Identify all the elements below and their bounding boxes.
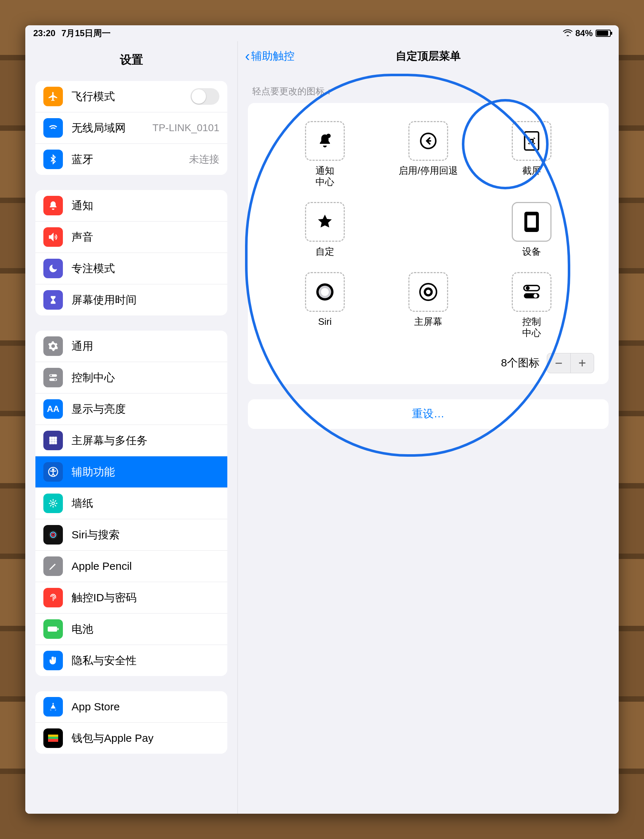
sidebar-item-airplane[interactable]: 飞行模式 [35, 81, 227, 112]
display-label: 显示与亮度 [72, 402, 219, 417]
siri-caption: Siri [318, 316, 332, 327]
menu-item-home[interactable]: 主屏幕 [396, 272, 461, 338]
sidebar-item-notifications[interactable]: 通知 [35, 190, 227, 222]
sidebar-item-bluetooth[interactable]: 蓝牙 未连接 [35, 144, 227, 175]
sidebar-item-accessibility[interactable]: 辅助功能 [35, 456, 227, 488]
focus-label: 专注模式 [72, 261, 219, 276]
menu-item-custom[interactable]: 自定 [292, 202, 357, 257]
sidebar-item-general[interactable]: 通用 [35, 331, 227, 362]
hint-text: 轻点要更改的图标： [238, 71, 619, 103]
control-center-label: 控制中心 [72, 370, 219, 385]
homescreen-label: 主屏幕与多任务 [72, 433, 219, 448]
svg-rect-27 [530, 140, 533, 142]
privacy-label: 隐私与安全性 [72, 653, 219, 668]
sidebar-item-display[interactable]: AA 显示与亮度 [35, 394, 227, 425]
siri-orb-icon [305, 272, 345, 312]
sidebar-item-control-center[interactable]: 控制中心 [35, 362, 227, 394]
sidebar-item-battery[interactable]: 电池 [35, 614, 227, 645]
svg-rect-11 [54, 439, 57, 442]
battery-settings-icon [43, 619, 63, 639]
settings-sidebar: 设置 飞行模式 无线局域网 TP-LINK_0101 [25, 41, 238, 814]
svg-rect-12 [52, 442, 54, 445]
icon-count-stepper[interactable]: − + [547, 353, 594, 373]
airplane-toggle[interactable] [191, 88, 219, 105]
svg-rect-23 [48, 739, 58, 742]
svg-point-33 [321, 288, 329, 296]
menu-item-siri[interactable]: Siri [292, 272, 357, 338]
sidebar-item-wallpaper[interactable]: 墙纸 [35, 488, 227, 519]
wifi-settings-icon [43, 118, 63, 138]
svg-point-3 [54, 379, 56, 381]
sidebar-item-touchid[interactable]: 触控ID与密码 [35, 582, 227, 614]
svg-rect-9 [49, 439, 52, 442]
menu-item-control-center[interactable]: 控制 中心 [499, 272, 564, 338]
page-title: 自定顶层菜单 [238, 49, 619, 64]
svg-rect-21 [48, 735, 58, 737]
menu-item-notification-center[interactable]: 通知 中心 [292, 121, 357, 187]
svg-point-24 [326, 134, 331, 138]
sidebar-item-screentime[interactable]: 屏幕使用时间 [35, 284, 227, 315]
sidebar-title: 设置 [25, 41, 237, 81]
battery-percent: 84% [575, 28, 593, 38]
siri-label: Siri与搜索 [72, 527, 219, 542]
appstore-label: App Store [72, 701, 219, 713]
svg-rect-8 [52, 437, 54, 439]
menu-item-back-toggle[interactable]: 启用/停用回退 [396, 121, 461, 187]
siri-icon [43, 525, 63, 545]
sidebar-item-pencil[interactable]: Apple Pencil [35, 551, 227, 582]
sidebar-item-homescreen[interactable]: 主屏幕与多任务 [35, 425, 227, 456]
sidebar-item-wallet[interactable]: 钱包与Apple Pay [35, 722, 227, 754]
wifi-value: TP-LINK_0101 [153, 122, 219, 134]
bluetooth-icon [43, 149, 63, 169]
svg-rect-7 [54, 442, 57, 445]
status-bar: 23:20 7月15日周一 84% [25, 25, 619, 41]
svg-rect-19 [48, 627, 57, 632]
svg-rect-5 [54, 437, 57, 439]
menu-item-device[interactable]: 设备 [499, 202, 564, 257]
svg-point-38 [526, 286, 530, 290]
reset-button[interactable]: 重设… [248, 399, 609, 429]
flower-icon [43, 494, 63, 513]
pencil-label: Apple Pencil [72, 560, 219, 572]
touchid-label: 触控ID与密码 [72, 590, 219, 605]
sidebar-item-wifi[interactable]: 无线局域网 TP-LINK_0101 [35, 112, 227, 144]
cc-caption: 控制 中心 [522, 316, 541, 338]
screenshot-icon [512, 121, 552, 161]
battery-label: 电池 [72, 622, 219, 637]
screentime-label: 屏幕使用时间 [72, 293, 219, 307]
sidebar-item-focus[interactable]: 专注模式 [35, 253, 227, 284]
sidebar-item-appstore[interactable]: App Store [35, 691, 227, 722]
stepper-plus-button[interactable]: + [571, 353, 594, 373]
pencil-icon [43, 557, 63, 576]
wallpaper-label: 墙纸 [72, 496, 219, 511]
screenshot-caption: 截屏 [522, 165, 541, 176]
svg-point-2 [50, 375, 52, 376]
svg-rect-26 [525, 132, 539, 150]
moon-icon [43, 259, 63, 278]
hourglass-icon [43, 290, 63, 310]
menu-item-screenshot[interactable]: 截屏 [499, 121, 564, 187]
bluetooth-value: 未连接 [189, 153, 219, 166]
svg-rect-4 [49, 437, 52, 439]
bluetooth-label: 蓝牙 [72, 152, 189, 167]
back-toggle-caption: 启用/停用回退 [399, 165, 458, 176]
notif-center-caption: 通知 中心 [315, 165, 334, 187]
svg-point-30 [531, 229, 532, 230]
undo-circle-icon [408, 121, 448, 161]
text-size-icon: AA [43, 399, 63, 419]
svg-rect-6 [49, 442, 52, 445]
svg-point-36 [426, 289, 431, 294]
accessibility-label: 辅助功能 [72, 465, 219, 479]
sidebar-item-sound[interactable]: 声音 [35, 222, 227, 253]
sidebar-item-privacy[interactable]: 隐私与安全性 [35, 645, 227, 676]
battery-icon [596, 30, 611, 37]
speaker-icon [43, 227, 63, 247]
stepper-minus-button[interactable]: − [547, 353, 570, 373]
svg-rect-22 [48, 737, 58, 739]
wallet-label: 钱包与Apple Pay [72, 731, 219, 746]
home-button-icon [408, 272, 448, 312]
airplane-icon [43, 87, 63, 106]
hand-icon [43, 651, 63, 670]
wifi-icon [563, 28, 572, 38]
sidebar-item-siri[interactable]: Siri与搜索 [35, 519, 227, 551]
